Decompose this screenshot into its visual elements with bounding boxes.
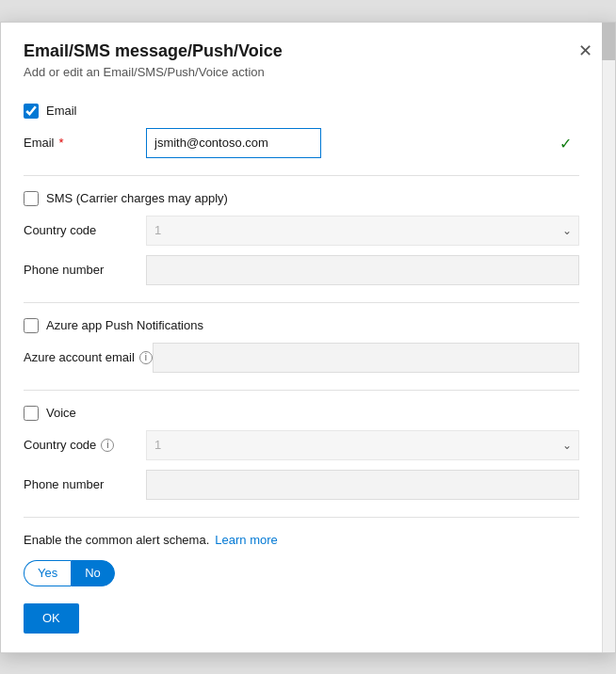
alert-schema-row: Enable the common alert schema. Learn mo… [24,533,579,547]
sms-country-code-row: Country code 1 ⌄ [24,216,579,246]
learn-more-link[interactable]: Learn more [215,533,277,547]
push-checkbox[interactable] [24,318,39,333]
toggle-no-button[interactable]: No [71,560,115,586]
push-checkbox-label: Azure app Push Notifications [46,318,203,332]
required-marker: * [59,136,64,150]
sms-checkbox-row: SMS (Carrier charges may apply) [24,191,579,206]
voice-info-icon[interactable]: i [101,439,114,452]
email-input[interactable] [146,128,321,158]
voice-checkbox-row: Voice [24,406,579,421]
toggle-row: Yes No [24,560,579,586]
push-account-email-input[interactable] [153,343,579,373]
voice-country-code-row: Country code i 1 ⌄ [24,430,579,460]
voice-phone-number-row: Phone number [24,470,579,500]
push-account-email-row: Azure account email i [24,343,579,373]
divider-1 [24,175,579,176]
dialog-title: Email/SMS message/Push/Voice [24,41,592,61]
sms-country-code-select-wrapper: 1 ⌄ [146,216,579,246]
email-checkbox[interactable] [24,104,39,119]
check-icon: ✓ [559,134,572,152]
email-section: Email Email * ✓ [24,104,579,158]
push-account-email-label: Azure account email i [24,350,153,364]
dialog-body: Email Email * ✓ SMS (Carrier charges may… [1,88,602,652]
voice-phone-number-input[interactable] [146,470,579,500]
email-checkbox-label: Email [46,104,77,118]
dialog-subtitle: Add or edit an Email/SMS/Push/Voice acti… [24,65,592,79]
sms-section: SMS (Carrier charges may apply) Country … [24,191,579,285]
sms-phone-number-label: Phone number [24,263,146,277]
sms-country-code-label: Country code [24,223,146,237]
close-button[interactable]: ✕ [574,40,596,62]
voice-country-code-select-wrapper: 1 ⌄ [146,430,579,460]
scrollbar-track [602,23,615,652]
voice-phone-number-label: Phone number [24,477,146,491]
alert-schema-text: Enable the common alert schema. [24,533,209,547]
voice-section: Voice Country code i 1 ⌄ Phone number [24,406,579,500]
email-input-wrapper: ✓ [146,128,579,158]
push-section: Azure app Push Notifications Azure accou… [24,318,579,373]
sms-phone-number-row: Phone number [24,255,579,285]
sms-checkbox[interactable] [24,191,39,206]
sms-checkbox-label: SMS (Carrier charges may apply) [46,191,228,205]
voice-checkbox[interactable] [24,406,39,421]
email-sms-push-voice-dialog: Email/SMS message/Push/Voice Add or edit… [0,22,616,653]
divider-2 [24,302,579,303]
ok-button[interactable]: OK [24,603,79,634]
divider-3 [24,390,579,391]
dialog-header: Email/SMS message/Push/Voice Add or edit… [1,23,615,88]
voice-country-code-select[interactable]: 1 [146,430,579,460]
email-field-row: Email * ✓ [24,128,579,158]
voice-checkbox-label: Voice [46,406,76,420]
push-info-icon[interactable]: i [139,351,153,364]
voice-country-code-label: Country code i [24,438,146,452]
toggle-yes-button[interactable]: Yes [24,560,71,586]
divider-4 [24,517,579,518]
close-icon: ✕ [578,40,592,61]
sms-country-code-select[interactable]: 1 [146,216,579,246]
sms-phone-number-input[interactable] [146,255,579,285]
push-checkbox-row: Azure app Push Notifications [24,318,579,333]
email-checkbox-row: Email [24,104,579,119]
email-label: Email * [24,136,146,150]
